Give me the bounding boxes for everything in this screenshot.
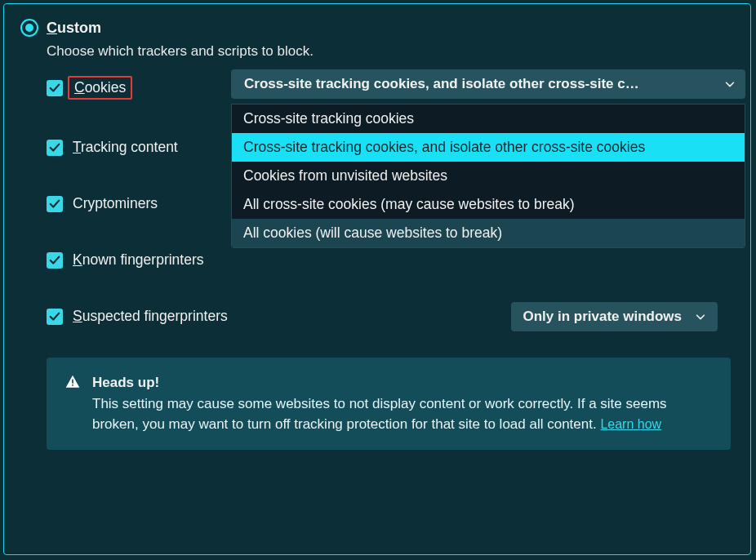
suspected-fingerprinters-row: Suspected fingerprinters Only in private… <box>47 308 744 325</box>
warning-icon <box>64 374 81 390</box>
custom-tracking-panel: Custom Choose which trackers and scripts… <box>3 3 751 555</box>
options-container: Cookies Cross-site tracking cookies, and… <box>47 76 744 325</box>
known-checkbox[interactable] <box>47 252 63 269</box>
tracking-label: Tracking content <box>73 139 178 156</box>
chevron-down-icon <box>695 311 706 322</box>
panel-subtitle: Choose which trackers and scripts to blo… <box>47 43 744 60</box>
known-fingerprinters-row: Known fingerprinters <box>47 251 744 269</box>
known-label: Known fingerprinters <box>73 251 204 269</box>
crypto-checkbox[interactable] <box>47 196 63 212</box>
susp-label: Suspected fingerprinters <box>73 308 228 325</box>
chevron-down-icon <box>724 78 736 90</box>
check-icon <box>49 142 60 153</box>
cookies-select-value: Cross-site tracking cookies, and isolate… <box>244 76 639 92</box>
dropdown-option[interactable]: Cross-site tracking cookies, and isolate… <box>232 133 745 162</box>
heads-up-infobox: Heads up! This setting may cause some we… <box>47 358 731 450</box>
header-row: Custom <box>20 19 744 37</box>
cookies-row-wrapper: Cookies Cross-site tracking cookies, and… <box>47 76 744 100</box>
cookies-select[interactable]: Cross-site tracking cookies, and isolate… <box>231 69 745 99</box>
info-title: Heads up! <box>92 372 713 393</box>
crypto-label: Cryptominers <box>73 195 158 212</box>
cookies-checkbox[interactable] <box>47 80 63 96</box>
suspected-select[interactable]: Only in private windows <box>511 302 718 331</box>
dropdown-option[interactable]: All cross-site cookies (may cause websit… <box>232 190 745 219</box>
susp-checkbox[interactable] <box>47 309 63 325</box>
suspected-select-value: Only in private windows <box>523 309 682 325</box>
info-body: This setting may cause some websites to … <box>92 396 667 433</box>
cookies-label: Cookies <box>68 76 132 100</box>
custom-radio[interactable] <box>20 19 38 37</box>
svg-rect-0 <box>72 380 73 384</box>
dropdown-option[interactable]: All cookies (will cause websites to brea… <box>232 219 745 247</box>
check-icon <box>49 198 60 210</box>
info-content: Heads up! This setting may cause some we… <box>92 372 713 435</box>
check-icon <box>49 311 60 322</box>
tracking-checkbox[interactable] <box>47 140 63 156</box>
radio-selected-dot <box>25 24 33 32</box>
check-icon <box>49 82 60 94</box>
cookies-dropdown: Cross-site tracking cookies Cross-site t… <box>231 104 745 248</box>
check-icon <box>49 255 60 266</box>
learn-how-link[interactable]: Learn how <box>600 417 661 431</box>
dropdown-option[interactable]: Cross-site tracking cookies <box>232 104 745 133</box>
dropdown-option[interactable]: Cookies from unvisited websites <box>232 162 745 190</box>
svg-rect-1 <box>72 384 73 386</box>
panel-title: Custom <box>47 20 101 37</box>
